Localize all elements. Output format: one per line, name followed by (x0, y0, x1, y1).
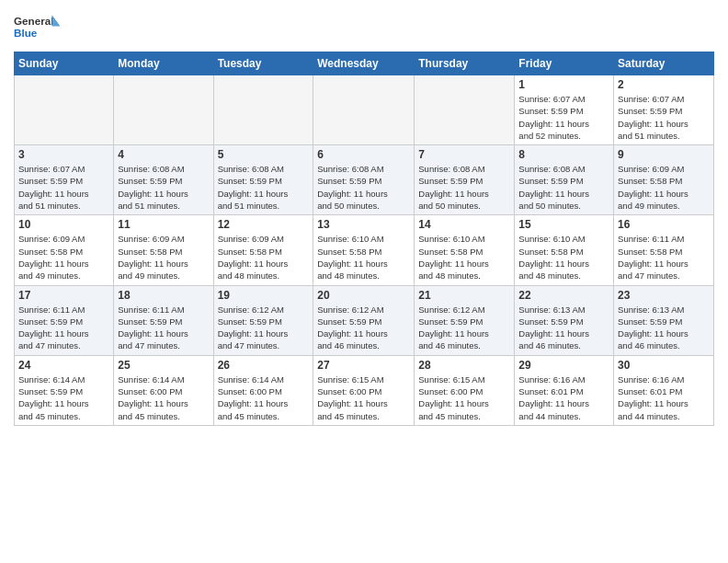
day-info: Sunrise: 6:09 AM Sunset: 5:58 PM Dayligh… (18, 233, 109, 282)
calendar-cell: 14Sunrise: 6:10 AM Sunset: 5:58 PM Dayli… (415, 215, 515, 285)
day-info: Sunrise: 6:08 AM Sunset: 5:59 PM Dayligh… (118, 163, 209, 212)
day-info: Sunrise: 6:14 AM Sunset: 6:00 PM Dayligh… (118, 373, 209, 422)
day-number: 27 (317, 359, 410, 372)
weekday-header-friday: Friday (515, 52, 614, 75)
calendar-cell: 2Sunrise: 6:07 AM Sunset: 5:59 PM Daylig… (614, 75, 714, 145)
day-info: Sunrise: 6:13 AM Sunset: 5:59 PM Dayligh… (618, 304, 710, 352)
calendar-cell: 10Sunrise: 6:09 AM Sunset: 5:58 PM Dayli… (15, 215, 114, 285)
day-number: 5 (218, 148, 310, 161)
weekday-header-thursday: Thursday (415, 52, 515, 75)
day-info: Sunrise: 6:10 AM Sunset: 5:58 PM Dayligh… (418, 233, 510, 282)
calendar-cell: 9Sunrise: 6:09 AM Sunset: 5:58 PM Daylig… (614, 145, 714, 215)
day-number: 22 (518, 289, 609, 302)
calendar-cell: 8Sunrise: 6:08 AM Sunset: 5:59 PM Daylig… (515, 145, 614, 215)
calendar-cell: 21Sunrise: 6:12 AM Sunset: 5:59 PM Dayli… (415, 285, 515, 355)
calendar-page: General Blue SundayMondayTuesdayWednesda… (0, 0, 728, 435)
calendar-cell: 13Sunrise: 6:10 AM Sunset: 5:58 PM Dayli… (313, 215, 415, 285)
calendar-cell: 12Sunrise: 6:09 AM Sunset: 5:58 PM Dayli… (213, 215, 313, 285)
calendar-cell: 19Sunrise: 6:12 AM Sunset: 5:59 PM Dayli… (213, 285, 313, 355)
day-info: Sunrise: 6:14 AM Sunset: 6:00 PM Dayligh… (218, 373, 310, 422)
day-number: 10 (18, 218, 109, 231)
calendar-week-4: 17Sunrise: 6:11 AM Sunset: 5:59 PM Dayli… (15, 285, 714, 355)
calendar-cell: 20Sunrise: 6:12 AM Sunset: 5:59 PM Dayli… (313, 285, 415, 355)
calendar-cell (114, 75, 213, 145)
calendar-cell: 24Sunrise: 6:14 AM Sunset: 5:59 PM Dayli… (15, 355, 114, 425)
day-number: 17 (18, 289, 109, 302)
calendar-cell: 3Sunrise: 6:07 AM Sunset: 5:59 PM Daylig… (15, 145, 114, 215)
logo: General Blue (14, 9, 60, 46)
day-number: 3 (18, 148, 109, 161)
day-info: Sunrise: 6:07 AM Sunset: 5:59 PM Dayligh… (18, 163, 109, 212)
svg-text:General: General (14, 15, 53, 27)
day-info: Sunrise: 6:08 AM Sunset: 5:59 PM Dayligh… (518, 163, 609, 212)
weekday-header-tuesday: Tuesday (213, 52, 313, 75)
calendar-cell: 17Sunrise: 6:11 AM Sunset: 5:59 PM Dayli… (15, 285, 114, 355)
day-number: 30 (618, 359, 710, 372)
day-info: Sunrise: 6:11 AM Sunset: 5:59 PM Dayligh… (118, 304, 209, 352)
day-number: 14 (418, 218, 510, 231)
calendar-cell (313, 75, 415, 145)
day-number: 15 (518, 218, 609, 231)
day-info: Sunrise: 6:11 AM Sunset: 5:59 PM Dayligh… (18, 304, 109, 352)
calendar-cell: 16Sunrise: 6:11 AM Sunset: 5:58 PM Dayli… (614, 215, 714, 285)
day-info: Sunrise: 6:15 AM Sunset: 6:00 PM Dayligh… (317, 373, 410, 422)
calendar-cell: 15Sunrise: 6:10 AM Sunset: 5:58 PM Dayli… (515, 215, 614, 285)
day-number: 26 (218, 359, 310, 372)
day-number: 29 (518, 359, 609, 372)
logo-svg: General Blue (14, 9, 60, 46)
day-info: Sunrise: 6:15 AM Sunset: 6:00 PM Dayligh… (418, 373, 510, 422)
calendar-cell: 11Sunrise: 6:09 AM Sunset: 5:58 PM Dayli… (114, 215, 213, 285)
day-info: Sunrise: 6:13 AM Sunset: 5:59 PM Dayligh… (518, 304, 609, 352)
day-number: 13 (317, 218, 410, 231)
calendar-cell: 7Sunrise: 6:08 AM Sunset: 5:59 PM Daylig… (415, 145, 515, 215)
day-number: 1 (518, 78, 609, 91)
day-number: 23 (618, 289, 710, 302)
day-number: 12 (218, 218, 310, 231)
day-info: Sunrise: 6:16 AM Sunset: 6:01 PM Dayligh… (618, 373, 710, 422)
svg-text:Blue: Blue (14, 27, 38, 39)
day-info: Sunrise: 6:12 AM Sunset: 5:59 PM Dayligh… (218, 304, 310, 352)
day-number: 20 (317, 289, 410, 302)
day-number: 11 (118, 218, 209, 231)
day-number: 6 (317, 148, 410, 161)
calendar-cell: 29Sunrise: 6:16 AM Sunset: 6:01 PM Dayli… (515, 355, 614, 425)
day-number: 16 (618, 218, 710, 231)
calendar-cell: 1Sunrise: 6:07 AM Sunset: 5:59 PM Daylig… (515, 75, 614, 145)
day-info: Sunrise: 6:12 AM Sunset: 5:59 PM Dayligh… (418, 304, 510, 352)
day-number: 24 (18, 359, 109, 372)
calendar-week-1: 1Sunrise: 6:07 AM Sunset: 5:59 PM Daylig… (15, 75, 714, 145)
calendar-week-5: 24Sunrise: 6:14 AM Sunset: 5:59 PM Dayli… (15, 355, 714, 425)
day-info: Sunrise: 6:09 AM Sunset: 5:58 PM Dayligh… (118, 233, 209, 282)
weekday-header-monday: Monday (114, 52, 213, 75)
day-number: 25 (118, 359, 209, 372)
calendar-cell: 4Sunrise: 6:08 AM Sunset: 5:59 PM Daylig… (114, 145, 213, 215)
day-number: 28 (418, 359, 510, 372)
day-info: Sunrise: 6:14 AM Sunset: 5:59 PM Dayligh… (18, 373, 109, 422)
calendar-cell (15, 75, 114, 145)
weekday-header-saturday: Saturday (614, 52, 714, 75)
weekday-header-sunday: Sunday (15, 52, 114, 75)
calendar-table: SundayMondayTuesdayWednesdayThursdayFrid… (14, 52, 714, 426)
calendar-cell: 28Sunrise: 6:15 AM Sunset: 6:00 PM Dayli… (415, 355, 515, 425)
day-number: 21 (418, 289, 510, 302)
day-info: Sunrise: 6:08 AM Sunset: 5:59 PM Dayligh… (218, 163, 310, 212)
day-info: Sunrise: 6:07 AM Sunset: 5:59 PM Dayligh… (518, 93, 609, 142)
calendar-cell: 22Sunrise: 6:13 AM Sunset: 5:59 PM Dayli… (515, 285, 614, 355)
day-number: 9 (618, 148, 710, 161)
day-number: 8 (518, 148, 609, 161)
calendar-cell: 25Sunrise: 6:14 AM Sunset: 6:00 PM Dayli… (114, 355, 213, 425)
calendar-cell: 30Sunrise: 6:16 AM Sunset: 6:01 PM Dayli… (614, 355, 714, 425)
header: General Blue (14, 9, 714, 46)
calendar-cell: 18Sunrise: 6:11 AM Sunset: 5:59 PM Dayli… (114, 285, 213, 355)
day-info: Sunrise: 6:12 AM Sunset: 5:59 PM Dayligh… (317, 304, 410, 352)
weekday-header-wednesday: Wednesday (313, 52, 415, 75)
day-number: 19 (218, 289, 310, 302)
day-number: 4 (118, 148, 209, 161)
calendar-cell: 23Sunrise: 6:13 AM Sunset: 5:59 PM Dayli… (614, 285, 714, 355)
day-info: Sunrise: 6:09 AM Sunset: 5:58 PM Dayligh… (618, 163, 710, 212)
day-info: Sunrise: 6:09 AM Sunset: 5:58 PM Dayligh… (218, 233, 310, 282)
calendar-cell: 27Sunrise: 6:15 AM Sunset: 6:00 PM Dayli… (313, 355, 415, 425)
weekday-header-row: SundayMondayTuesdayWednesdayThursdayFrid… (15, 52, 714, 75)
day-info: Sunrise: 6:08 AM Sunset: 5:59 PM Dayligh… (418, 163, 510, 212)
day-info: Sunrise: 6:10 AM Sunset: 5:58 PM Dayligh… (317, 233, 410, 282)
